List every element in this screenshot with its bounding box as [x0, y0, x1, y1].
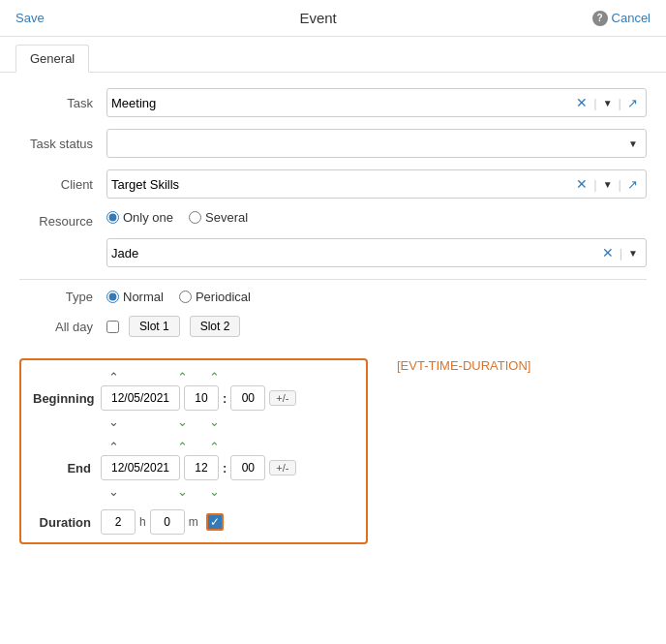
end-min-up-button[interactable]: ⌃	[205, 441, 224, 453]
allday-row: All day Slot 1 Slot 2	[19, 316, 647, 337]
task-status-wrap: ▼	[106, 129, 647, 158]
chevron-down-icon: ▼	[603, 98, 613, 108]
task-dropdown-button[interactable]: ▼	[599, 96, 617, 110]
task-input-group: ✕ | ▼ | ↗	[106, 88, 647, 117]
resource-several-radio[interactable]	[189, 211, 201, 224]
page-title: Event	[299, 10, 336, 26]
task-status-input-group: ▼	[106, 129, 647, 158]
beginning-label: Beginning	[33, 391, 101, 406]
tab-general[interactable]: General	[15, 45, 89, 73]
end-date-up-button[interactable]: ⌃	[105, 441, 123, 453]
x-icon: ✕	[576, 176, 588, 192]
duration-h-input[interactable]	[101, 509, 136, 535]
datetime-box: ⌃ ⌃ ⌃ Beginning : +/- ⌄	[19, 358, 368, 544]
end-min-input[interactable]	[230, 455, 265, 480]
resource-input[interactable]	[111, 246, 598, 261]
resource-only-one[interactable]: Only one	[106, 210, 173, 225]
duration-checkbox[interactable]: ✓	[206, 513, 224, 531]
client-field-wrap: ✕ | ▼ | ↗	[106, 169, 647, 199]
end-date-input[interactable]	[101, 455, 180, 480]
type-row: Type Normal Periodical	[19, 290, 647, 304]
chevron-down-icon: ▼	[628, 138, 638, 149]
external-link-icon: ↗	[627, 177, 638, 192]
resource-only-one-radio[interactable]	[106, 211, 119, 224]
end-min-down-button[interactable]: ⌄	[205, 485, 224, 498]
slot2-button[interactable]: Slot 2	[190, 316, 241, 337]
form-body: Task ✕ | ▼ | ↗ Task status ▼ Client	[0, 73, 666, 560]
beginning-hour-down-button[interactable]: ⌄	[173, 415, 192, 428]
client-clear-button[interactable]: ✕	[572, 174, 591, 194]
beginning-min-down-button[interactable]: ⌄	[205, 415, 224, 428]
type-periodical-label: Periodical	[196, 290, 251, 304]
duration-m-unit: m	[189, 515, 198, 529]
end-hour-input[interactable]	[184, 455, 219, 480]
beginning-date-down-button[interactable]: ⌄	[105, 415, 123, 428]
task-status-input[interactable]	[111, 137, 624, 151]
beginning-hour-input[interactable]	[184, 385, 219, 411]
task-input[interactable]	[111, 96, 572, 110]
x-icon: ✕	[576, 95, 588, 110]
beginning-adj-button[interactable]: +/-	[269, 390, 295, 406]
end-hour-down-button[interactable]: ⌄	[173, 485, 192, 498]
type-normal-label: Normal	[123, 290, 164, 304]
duration-label: Duration	[33, 515, 101, 530]
type-radio-group: Normal Periodical	[106, 290, 251, 304]
help-icon: ?	[592, 11, 608, 26]
resource-several-label: Several	[205, 210, 248, 225]
chevron-down-icon: ▼	[603, 179, 613, 190]
task-status-row: Task status ▼	[19, 129, 647, 158]
beginning-date-input[interactable]	[101, 385, 180, 411]
end-up-arrows: ⌃ ⌃ ⌃	[33, 438, 354, 455]
divider1	[19, 279, 647, 280]
separator2: |	[619, 96, 621, 110]
type-normal-radio[interactable]	[106, 291, 119, 303]
separator3: |	[593, 177, 596, 192]
end-hour-up-button[interactable]: ⌃	[173, 441, 192, 453]
task-clear-button[interactable]: ✕	[572, 93, 591, 112]
client-external-button[interactable]: ↗	[623, 175, 642, 194]
slot1-button[interactable]: Slot 1	[129, 316, 180, 337]
resource-only-one-label: Only one	[123, 210, 173, 225]
client-row: Client ✕ | ▼ | ↗	[19, 169, 647, 199]
chevron-down-icon: ▼	[628, 248, 638, 259]
end-fields: : +/-	[101, 455, 296, 480]
resource-several[interactable]: Several	[189, 210, 248, 225]
beginning-min-input[interactable]	[230, 385, 265, 411]
task-status-label: Task status	[19, 137, 106, 151]
client-input[interactable]	[111, 177, 572, 192]
time-colon2: :	[223, 461, 227, 475]
type-label: Type	[19, 290, 106, 304]
resource-row: Resource Only one Several ✕ | ▼	[19, 210, 647, 267]
separator4: |	[619, 177, 621, 192]
resource-dropdown-button[interactable]: ▼	[624, 246, 642, 261]
end-date-down-button[interactable]: ⌄	[105, 485, 123, 498]
type-normal[interactable]: Normal	[106, 290, 164, 304]
type-periodical-radio[interactable]	[179, 291, 192, 303]
beginning-row: Beginning : +/-	[33, 385, 354, 411]
allday-checkbox[interactable]	[106, 321, 119, 333]
client-dropdown-button[interactable]: ▼	[599, 177, 617, 192]
duration-m-input[interactable]	[150, 509, 185, 535]
separator5: |	[620, 246, 622, 261]
beginning-min-up-button[interactable]: ⌃	[205, 371, 224, 383]
task-external-button[interactable]: ↗	[623, 94, 642, 112]
beginning-up-arrows: ⌃ ⌃ ⌃	[33, 368, 354, 385]
time-colon: :	[223, 391, 227, 406]
beginning-date-up-button[interactable]: ⌃	[105, 371, 123, 383]
task-status-dropdown-button[interactable]: ▼	[624, 137, 642, 151]
save-button[interactable]: Save	[15, 11, 45, 25]
task-label: Task	[19, 96, 106, 110]
end-label: End	[33, 461, 101, 475]
type-periodical[interactable]: Periodical	[179, 290, 251, 304]
end-adj-button[interactable]: +/-	[269, 460, 295, 475]
end-down-arrows: ⌄ ⌄ ⌄	[33, 482, 354, 500]
duration-row: Duration h m ✓	[33, 509, 354, 535]
resource-label: Resource	[19, 214, 106, 229]
resource-input-group: ✕ | ▼	[106, 238, 647, 267]
top-bar: Save Event ? Cancel	[0, 0, 666, 37]
resource-value-spacer	[19, 238, 106, 267]
separator: |	[593, 96, 596, 110]
beginning-hour-up-button[interactable]: ⌃	[173, 371, 192, 383]
resource-clear-button[interactable]: ✕	[598, 243, 618, 262]
cancel-button[interactable]: ? Cancel	[592, 11, 651, 26]
